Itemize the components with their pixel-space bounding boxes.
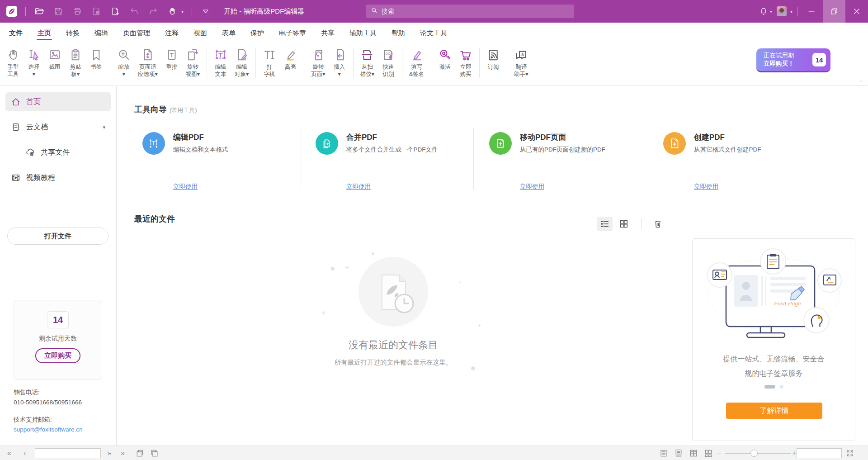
bookmark-button[interactable]: 书签 <box>86 47 107 78</box>
first-page-icon[interactable]: « <box>7 446 11 460</box>
edit-text-button[interactable]: 编辑文本 <box>210 47 231 78</box>
new-document-icon[interactable] <box>110 6 121 17</box>
facing-continuous-view-icon[interactable] <box>703 448 714 458</box>
zoom-in-icon[interactable]: + <box>792 446 796 460</box>
tool-card-merge-pdf[interactable]: 合并PDF 将多个文件合并生成一个PDF文件 立即使用 <box>316 128 474 195</box>
menu-file[interactable]: 文件 <box>8 24 24 42</box>
last-page-icon[interactable]: » <box>121 446 125 460</box>
next-view-icon[interactable] <box>149 448 160 458</box>
menu-view[interactable]: 视图 <box>193 24 208 42</box>
open-file-button[interactable]: 打开文件 <box>7 228 108 245</box>
sidebar-item-video-tutorials[interactable]: 视频教程 <box>5 168 111 187</box>
menu-comment[interactable]: 注释 <box>164 24 179 42</box>
menu-help[interactable]: 帮助 <box>391 24 406 42</box>
sidebar-item-home[interactable]: 首页 <box>5 92 111 111</box>
buy-now-button[interactable]: 立即购买 <box>455 47 476 78</box>
menu-share[interactable]: 共享 <box>320 24 335 42</box>
reflow-button[interactable]: 重排 <box>161 47 182 78</box>
quick-ocr-button[interactable]: OCR 快速识别 <box>378 47 399 78</box>
continuous-view-icon[interactable] <box>673 448 684 458</box>
buy-now-pill-button[interactable]: 立即购买 <box>35 348 80 363</box>
previous-view-icon[interactable] <box>134 448 145 458</box>
use-now-link[interactable]: 立即使用 <box>346 183 371 191</box>
search-bar[interactable] <box>366 5 574 18</box>
highlight-button[interactable]: 高亮 <box>280 47 301 78</box>
page-fit-options-button[interactable]: 页面适应选项▾ <box>134 47 161 78</box>
restore-window-button[interactable] <box>823 0 845 23</box>
hand-tool-button[interactable]: 手型工具 <box>3 47 24 78</box>
page-number-combobox[interactable]: ▾ <box>35 448 101 458</box>
close-button[interactable] <box>845 0 868 23</box>
use-now-link[interactable]: 立即使用 <box>173 183 198 191</box>
zoom-level-combobox[interactable]: ▾ <box>797 448 842 458</box>
fill-sign-button[interactable]: 填写&签名 <box>406 47 428 78</box>
rotate-view-icon <box>186 48 199 62</box>
hand-tool-caret-icon[interactable]: ▾ <box>181 9 184 14</box>
zoom-out-icon[interactable]: − <box>717 446 721 460</box>
page-number-input[interactable] <box>35 449 109 458</box>
menu-accessibility[interactable]: 辅助工具 <box>349 24 377 42</box>
document-export-icon[interactable] <box>91 6 102 17</box>
select-tool-button[interactable]: 选择▾ <box>24 47 44 78</box>
from-scanner-button[interactable]: 从扫描仪▾ <box>357 47 378 78</box>
edit-object-button[interactable]: 编辑对象▾ <box>231 47 252 78</box>
single-page-view-icon[interactable] <box>658 448 669 458</box>
sidebar-item-cloud-docs[interactable]: 云文档 ▾ <box>5 118 111 137</box>
fullscreen-icon[interactable] <box>844 448 855 458</box>
support-email-link[interactable]: support@foxitsoftware.cn <box>14 425 83 435</box>
tool-card-move-pdf-pages[interactable]: 移动PDF页面 从已有的PDF页面创建新的PDF 立即使用 <box>489 128 647 195</box>
rotate-view-button[interactable]: 旋转视图▾ <box>182 47 203 78</box>
cloud-docs-caret-icon[interactable]: ▾ <box>103 124 105 130</box>
typewriter-button[interactable]: 打字机 <box>259 47 280 78</box>
activate-button[interactable]: 激活 <box>434 47 455 78</box>
zoom-slider-track[interactable] <box>725 453 791 454</box>
facing-view-icon[interactable] <box>688 448 699 458</box>
undo-icon[interactable] <box>129 6 140 17</box>
snapshot-button[interactable]: 截图 <box>44 47 65 78</box>
trial-badge[interactable]: 正在试用期 立即购买！ 14 <box>756 48 830 71</box>
menu-page-organize[interactable]: 页面管理 <box>122 24 151 42</box>
insert-pages-button[interactable]: 插入▾ <box>329 47 350 78</box>
rotate-pages-button[interactable]: 旋转页面▾ <box>307 47 329 78</box>
collapse-toolbar-icon[interactable] <box>200 6 211 17</box>
clipboard-button[interactable]: 剪贴板▾ <box>65 47 86 78</box>
translate-assistant-button[interactable]: 翻译助手▾ <box>510 47 532 78</box>
search-input[interactable] <box>382 8 570 15</box>
menu-edit[interactable]: 编辑 <box>94 24 109 42</box>
zoom-level-input[interactable] <box>797 449 868 458</box>
redo-icon[interactable] <box>148 6 159 17</box>
use-now-link[interactable]: 立即使用 <box>520 183 544 191</box>
account-caret-icon[interactable]: ▾ <box>790 9 793 14</box>
subscribe-button[interactable]: 订阅 <box>483 47 504 78</box>
use-now-link[interactable]: 立即使用 <box>694 183 718 191</box>
menu-convert[interactable]: 转换 <box>65 24 80 42</box>
tool-card-create-pdf[interactable]: 创建PDF 从其它格式文件创建PDF 立即使用 <box>663 128 821 195</box>
learn-more-button[interactable]: 了解详情 <box>726 403 822 419</box>
user-avatar[interactable] <box>777 6 787 16</box>
hand-tool-quick-icon[interactable] <box>167 6 178 17</box>
previous-page-icon[interactable]: ‹ <box>24 446 26 460</box>
page-number-caret-icon[interactable]: ▾ <box>109 451 113 456</box>
minimize-button[interactable] <box>800 0 823 23</box>
titlebar-separator <box>797 7 797 16</box>
open-file-icon[interactable] <box>34 6 45 17</box>
menu-esign[interactable]: 电子签章 <box>278 24 307 42</box>
list-view-button[interactable] <box>597 217 613 231</box>
carousel-dots[interactable] <box>693 385 855 389</box>
menu-form[interactable]: 表单 <box>221 24 236 42</box>
clear-recent-trash-button[interactable] <box>650 217 665 231</box>
save-icon[interactable] <box>53 6 64 17</box>
collapse-ribbon-icon[interactable]: ︿ <box>859 77 863 84</box>
sidebar-item-shared-files[interactable]: 共享文件 <box>20 143 111 162</box>
zoom-button[interactable]: 缩放▾ <box>113 47 134 78</box>
menu-paper-tools[interactable]: 论文工具 <box>419 24 448 42</box>
zoom-slider-thumb[interactable] <box>750 450 758 457</box>
next-page-icon[interactable]: › <box>107 446 109 460</box>
notifications-bell-icon[interactable] <box>758 6 769 17</box>
menu-home[interactable]: 主页 <box>37 24 52 42</box>
grid-view-button[interactable] <box>616 217 632 231</box>
notifications-caret-icon[interactable]: ▾ <box>770 9 772 14</box>
print-icon[interactable] <box>72 6 83 17</box>
menu-protect[interactable]: 保护 <box>250 24 265 42</box>
tool-card-edit-pdf[interactable]: 编辑PDF 编辑文档和文本格式 立即使用 <box>142 128 301 195</box>
